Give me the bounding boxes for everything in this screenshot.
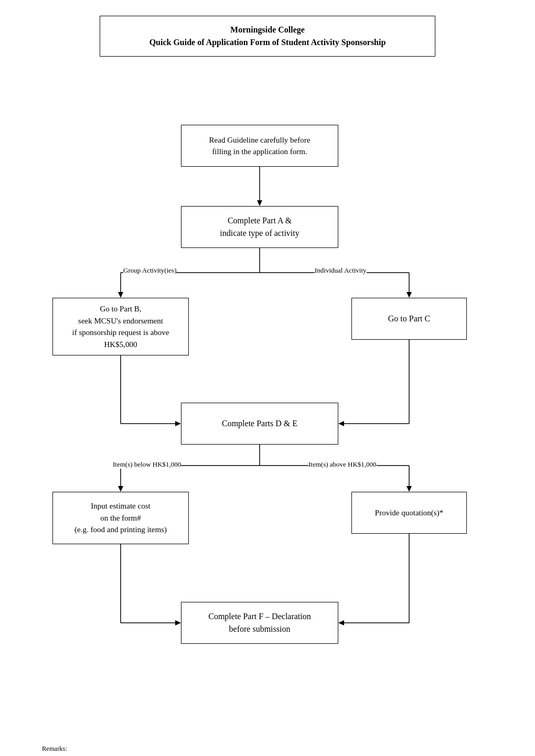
- box-go-to-part-b-text: Go to Part B,seek MCSU's endorsementif s…: [72, 303, 169, 350]
- svg-marker-23: [175, 620, 181, 625]
- page: Morningside College Quick Guide of Appli…: [0, 0, 535, 756]
- label-group-activity: Group Activity(ies): [123, 266, 176, 275]
- svg-marker-18: [118, 486, 123, 492]
- box-go-to-part-b: Go to Part B,seek MCSU's endorsementif s…: [52, 298, 189, 355]
- box-input-estimate-text: Input estimate coston the form#(e.g. foo…: [74, 500, 167, 536]
- label-individual-activity: Individual Activity: [315, 266, 367, 275]
- box-complete-parts-de-text: Complete Parts D & E: [222, 417, 297, 430]
- label-items-below: Item(s) below HK$1,000: [113, 460, 181, 469]
- box-provide-quotation-text: Provide quotation(s)*: [375, 507, 443, 519]
- box-complete-part-f-text: Complete Part F – Declarationbefore subm…: [208, 610, 311, 635]
- remarks-title: Remarks:: [42, 743, 514, 754]
- svg-marker-26: [338, 620, 344, 625]
- svg-marker-8: [406, 292, 412, 298]
- header-box: Morningside College Quick Guide of Appli…: [100, 16, 435, 57]
- header-line1: Morningside College: [111, 24, 424, 36]
- box-read-guideline: Read Guideline carefully beforefilling i…: [181, 125, 338, 167]
- box-go-to-part-c: Go to Part C: [351, 298, 467, 340]
- box-complete-part-f: Complete Part F – Declarationbefore subm…: [181, 602, 338, 644]
- remarks-section: Remarks: # no need to submit quotation *…: [21, 743, 514, 756]
- svg-marker-11: [175, 421, 181, 426]
- svg-marker-20: [406, 486, 412, 492]
- box-complete-part-a-text: Complete Part A &indicate type of activi…: [220, 214, 299, 240]
- flowchart: Read Guideline carefully beforefilling i…: [21, 72, 514, 738]
- svg-marker-14: [338, 421, 344, 426]
- box-read-guideline-text: Read Guideline carefully beforefilling i…: [209, 134, 311, 158]
- header-line2: Quick Guide of Application Form of Stude…: [111, 36, 424, 49]
- box-go-to-part-c-text: Go to Part C: [388, 312, 430, 325]
- box-provide-quotation: Provide quotation(s)*: [351, 492, 467, 534]
- box-input-estimate: Input estimate coston the form#(e.g. foo…: [52, 492, 189, 544]
- svg-marker-1: [257, 200, 262, 206]
- box-complete-parts-de: Complete Parts D & E: [181, 403, 338, 445]
- box-complete-part-a: Complete Part A &indicate type of activi…: [181, 206, 338, 248]
- svg-marker-5: [118, 292, 123, 298]
- label-items-above: Item(s) above HK$1,000: [308, 460, 377, 469]
